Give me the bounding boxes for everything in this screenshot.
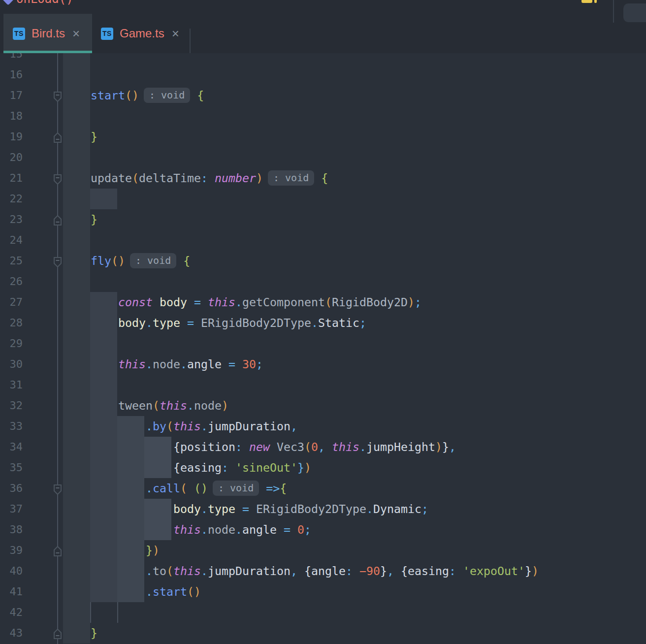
header: onLoad() TS Bird.ts × TS Game.ts × xyxy=(0,0,646,53)
code-line-16[interactable] xyxy=(0,64,646,85)
code-line-29[interactable] xyxy=(0,333,646,354)
code-editor-window: onLoad() TS Bird.ts × TS Game.ts × 151 xyxy=(0,0,646,644)
code-line-27[interactable]: const body = this.getComponent(RigidBody… xyxy=(0,292,646,313)
code-line-36[interactable]: .call( (): void=>{ xyxy=(0,478,646,499)
inlay-hint: : void xyxy=(144,88,190,103)
close-tab-icon[interactable]: × xyxy=(172,29,179,38)
code-line-26[interactable] xyxy=(0,271,646,292)
code-line-18[interactable] xyxy=(0,106,646,127)
code-line-32[interactable]: tween(this.node) xyxy=(0,395,646,416)
code-line-15[interactable] xyxy=(0,53,646,64)
code-line-22[interactable] xyxy=(0,189,646,209)
code-line-19[interactable]: } xyxy=(0,127,646,147)
tab-label: Bird.ts xyxy=(32,27,65,40)
code-line-24[interactable] xyxy=(0,230,646,251)
code-line-23[interactable]: } xyxy=(0,209,646,230)
top-right-widget[interactable] xyxy=(623,3,646,22)
code-line-33[interactable]: .by(this.jumpDuration, xyxy=(0,416,646,437)
code-line-17[interactable]: start(): void{ xyxy=(0,85,646,106)
tab-bar: TS Bird.ts × TS Game.ts × xyxy=(0,14,646,53)
code-line-40[interactable]: .to(this.jumpDuration, {angle: −90}, {ea… xyxy=(0,561,646,581)
code-line-42[interactable] xyxy=(0,602,646,623)
close-tab-icon[interactable]: × xyxy=(72,29,80,38)
breadcrumb-symbol[interactable]: onLoad() xyxy=(16,0,73,5)
code-line-25[interactable]: fly(): void{ xyxy=(0,251,646,271)
tab-bird-ts[interactable]: TS Bird.ts × xyxy=(3,14,92,53)
tab-game-ts[interactable]: TS Game.ts × xyxy=(92,14,190,53)
code-lines[interactable]: start(): void{}update(deltaTime: number)… xyxy=(0,53,646,644)
code-line-38[interactable]: this.node.angle = 0; xyxy=(0,519,646,540)
code-editor[interactable]: 1516171819202122232425262728293031323334… xyxy=(0,53,646,644)
code-line-31[interactable] xyxy=(0,375,646,395)
code-line-34[interactable]: {position: new Vec3(0, this.jumpHeight)}… xyxy=(0,437,646,457)
breadcrumb-bar: onLoad() xyxy=(0,0,646,14)
inlay-hint: : void xyxy=(130,253,176,268)
code-line-39[interactable]: }) xyxy=(0,540,646,561)
code-line-20[interactable] xyxy=(0,147,646,168)
inlay-hint: : void xyxy=(213,481,259,496)
typescript-file-icon: TS xyxy=(101,28,113,40)
symbol-method-icon xyxy=(2,0,14,5)
code-line-28[interactable]: body.type = ERigidBody2DType.Static; xyxy=(0,313,646,333)
typescript-file-icon: TS xyxy=(13,28,25,40)
code-line-41[interactable]: .start() xyxy=(0,581,646,602)
tab-label: Game.ts xyxy=(120,27,164,40)
code-line-21[interactable]: update(deltaTime: number): void{ xyxy=(0,168,646,189)
code-line-37[interactable]: body.type = ERigidBody2DType.Dynamic; xyxy=(0,499,646,519)
code-line-30[interactable]: this.node.angle = 30; xyxy=(0,354,646,375)
code-line-35[interactable]: {easing: 'sineOut'}) xyxy=(0,457,646,478)
header-separator xyxy=(613,0,614,23)
code-line-43[interactable]: } xyxy=(0,623,646,644)
tab-separator xyxy=(190,29,191,53)
inlay-hint: : void xyxy=(268,170,314,186)
